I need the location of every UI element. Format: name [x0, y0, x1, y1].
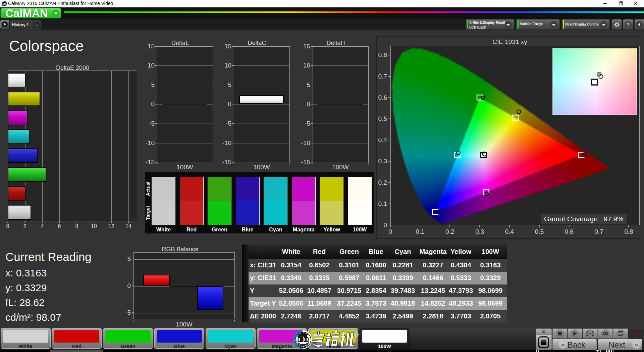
svg-text:?: ? [627, 22, 630, 27]
svg-text:R: R [356, 334, 358, 337]
svg-text:»: » [635, 342, 638, 348]
svg-text:CM: CM [3, 3, 6, 5]
svg-text:Target: Target [145, 206, 151, 220]
svg-text:«: « [561, 342, 564, 348]
svg-text:Actual: Actual [145, 182, 151, 196]
